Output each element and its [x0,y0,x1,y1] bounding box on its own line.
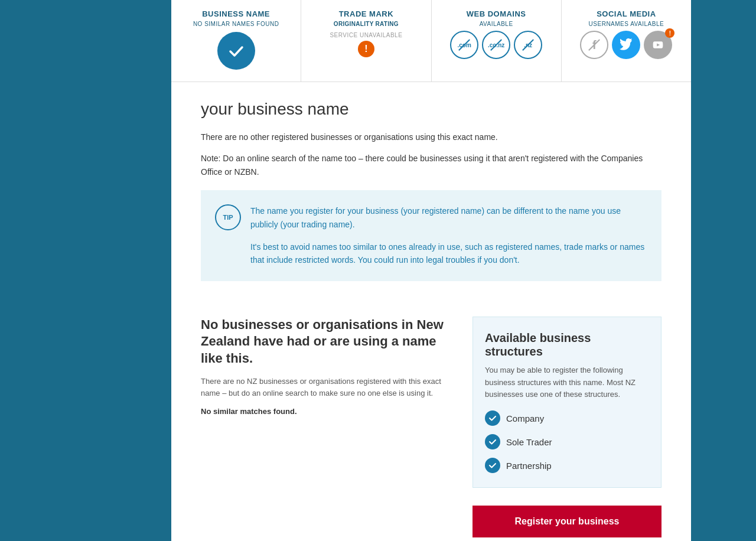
partnership-check-icon [485,458,500,473]
register-btn-wrapper: Register your business [171,506,691,541]
social-media-card-status: USERNAMES AVAILABLE [568,21,685,27]
left-panel-text: There are no NZ businesses or organisati… [201,376,455,400]
sole-trader-check-icon [485,434,500,449]
domain-badge-nz: .nz [514,31,542,59]
business-name-heading: your business name [201,100,662,119]
domain-icons: .com .co.nz .nz [438,31,555,59]
company-check-icon [485,410,500,426]
structure-list: Company Sole Trader [485,410,649,473]
note-text: Note: Do an online search of the name to… [201,152,662,178]
youtube-icon: ! [644,31,672,59]
left-panel: No businesses or organisations in New Ze… [201,317,455,488]
right-panel-heading: Available business structures [485,331,649,359]
company-label: Company [506,413,544,423]
domain-badge-conz-text: .co.nz [488,42,504,48]
tip-content: The name you register for your business … [250,204,647,267]
no-similar-text: There are no other registered businesses… [201,131,662,144]
right-panel: Available business structures You may be… [472,317,662,488]
twitter-icon [612,31,640,59]
card-trade-mark: TRADE MARK ORIGINALITY RATING SERVICE UN… [301,0,431,82]
business-name-card-status: NO SIMILAR NAMES FOUND [177,21,295,27]
card-web-domains: WEB DOMAINS AVAILABLE .com .co.nz .nz [432,0,562,82]
youtube-notification-badge: ! [665,28,674,38]
sole-trader-label: Sole Trader [506,437,552,447]
web-domains-card-title: WEB DOMAINS [438,9,555,18]
warning-icon: ! [358,41,374,57]
domain-badge-conz: .co.nz [482,31,510,59]
right-panel-text: You may be able to register the followin… [485,364,649,401]
domain-badge-com-text: .com [457,42,471,48]
social-media-card-title: SOCIAL MEDIA [568,9,685,18]
trade-mark-card-title: TRADE MARK [307,9,425,18]
domain-badge-nz-text: .nz [524,42,532,48]
main-content: BUSINESS NAME NO SIMILAR NAMES FOUND TRA… [171,0,691,541]
left-panel-heading: No businesses or organisations in New Ze… [201,317,455,367]
card-business-name: BUSINESS NAME NO SIMILAR NAMES FOUND [171,0,301,82]
tip-badge: TIP [215,204,241,230]
trade-mark-card-subtitle: ORIGINALITY RATING [307,21,425,27]
domain-badge-com: .com [450,31,478,59]
partnership-label: Partnership [506,461,552,471]
no-matches-text: No similar matches found. [201,407,455,416]
page-wrapper: BUSINESS NAME NO SIMILAR NAMES FOUND TRA… [0,0,756,541]
service-unavailable-text: SERVICE UNAVAILABLE [307,32,425,38]
structure-partnership: Partnership [485,458,649,473]
tip-box: TIP The name you register for your busin… [201,190,662,281]
tip-text-1: The name you register for your business … [250,204,647,231]
structure-sole-trader: Sole Trader [485,434,649,449]
social-icons: f ! [568,31,685,59]
tip-text-2: It's best to avoid names too similar to … [250,240,647,267]
card-social-media: SOCIAL MEDIA USERNAMES AVAILABLE f [562,0,691,82]
bottom-section: No businesses or organisations in New Ze… [171,311,691,506]
facebook-icon: f [580,31,608,59]
business-name-check-circle [217,32,255,70]
web-domains-card-status: AVAILABLE [438,21,555,27]
cards-row: BUSINESS NAME NO SIMILAR NAMES FOUND TRA… [171,0,691,82]
register-button[interactable]: Register your business [472,506,662,537]
structure-company: Company [485,410,649,426]
business-name-card-title: BUSINESS NAME [177,9,295,18]
content-area: your business name There are no other re… [171,82,691,311]
